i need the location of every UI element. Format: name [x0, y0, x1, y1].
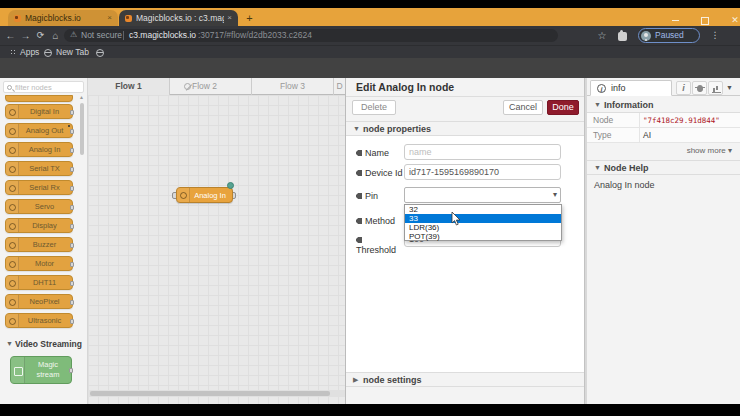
tab-close-icon[interactable]: × [105, 13, 114, 22]
palette-node-buzzer[interactable]: Buzzer [5, 237, 73, 252]
node-port [70, 281, 74, 286]
back-icon[interactable]: ← [4, 29, 17, 42]
apps-grid-icon[interactable] [10, 49, 17, 56]
sidebar-tab-debug-button[interactable] [692, 81, 707, 95]
scroll-up-icon[interactable]: ▲ [79, 95, 84, 100]
palette-node-partial[interactable] [5, 95, 73, 102]
node-icon [6, 314, 19, 327]
scrollbar-thumb[interactable] [90, 391, 330, 396]
search-icon [7, 85, 12, 90]
canvas-node-analog-in[interactable]: Analog In [176, 187, 233, 203]
palette-node-motor[interactable]: Motor [5, 256, 73, 271]
palette-node-serial-rx[interactable]: Serial Rx [5, 180, 73, 195]
node-port [70, 110, 74, 115]
palette-category-video-streaming[interactable]: ▼ Video Streaming [0, 337, 88, 351]
scrollbar-thumb[interactable] [80, 103, 84, 155]
browser-tab-inactive[interactable]: Magicblocks.io × [8, 10, 118, 26]
tab-flow-3[interactable]: Flow 3 [252, 78, 334, 95]
show-more-link[interactable]: show more ▾ [687, 146, 732, 155]
node-icon [11, 357, 25, 383]
node-properties-section[interactable]: ▼ node properties [346, 121, 585, 136]
window-minimize-button[interactable] [666, 16, 684, 26]
canvas-horizontal-scrollbar[interactable] [88, 390, 345, 397]
method-label: Method [356, 216, 404, 226]
sidebar-tab-info-button[interactable]: i [676, 81, 691, 95]
node-port [70, 148, 74, 153]
palette-filter-input[interactable] [15, 82, 81, 92]
palette-search[interactable] [3, 81, 84, 93]
palette-node-analog-in[interactable]: Analog In [5, 142, 73, 157]
information-section-header[interactable]: ▼ Information [587, 98, 740, 113]
palette-node-serial-tx[interactable]: Serial TX [5, 161, 73, 176]
reload-icon[interactable]: ⟳ [34, 29, 47, 42]
palette-node-neopixel[interactable]: NeoPixel [5, 294, 73, 309]
debug-bug-icon [697, 85, 703, 92]
node-info-table: Node "7f418c29.91d844" Type AI [587, 113, 740, 143]
palette-node-ultrasonic[interactable]: Ultrasonic [5, 313, 73, 328]
tab-flow-1[interactable]: Flow 1 [88, 78, 170, 95]
sidebar-tab-dashboard-button[interactable] [708, 81, 723, 95]
node-port [70, 167, 74, 172]
palette-node-analog-out[interactable]: Analog Out [5, 123, 73, 138]
palette-node-display[interactable]: Display [5, 218, 73, 233]
node-icon [177, 188, 190, 202]
chevron-down-icon: ▾ [553, 190, 557, 199]
edit-node-panel: Edit Analog In node Delete Cancel Done ▼… [345, 78, 584, 404]
info-tab-label: info [611, 81, 626, 96]
bookmark-star-icon[interactable]: ☆ [596, 30, 608, 42]
browser-menu-icon[interactable]: ⋮ [710, 29, 720, 42]
pin-dropdown-list: 32 33 LDR(36) POT(39) [404, 204, 562, 241]
new-tab-button[interactable]: + [244, 13, 255, 24]
extensions-icon[interactable] [618, 32, 627, 41]
done-button[interactable]: Done [547, 100, 579, 115]
window-close-button[interactable]: ✕ [726, 16, 740, 26]
palette-node-dht11[interactable]: DHT11 [5, 275, 73, 290]
home-icon[interactable]: ⌂ [49, 29, 62, 42]
flow-canvas[interactable]: Analog In [88, 95, 345, 404]
mouse-cursor [451, 212, 461, 226]
palette-node-label: Display [19, 219, 70, 233]
node-icon [6, 105, 19, 118]
globe-icon[interactable] [96, 49, 104, 57]
node-icon [6, 162, 19, 175]
address-bar[interactable]: ⚠ Not secure c3.magicblocks.io :30717/#f… [64, 29, 558, 42]
avatar [641, 31, 651, 41]
tab-flow-2[interactable]: Flow 2 [170, 78, 252, 95]
sidebar-menu-chevron-icon[interactable]: ▼ [726, 81, 733, 95]
tab-close-icon[interactable]: × [225, 13, 234, 22]
pin-option-pot39[interactable]: POT(39) [405, 232, 561, 241]
palette-node-label: Digital In [19, 105, 70, 119]
node-help-text: Analog In node [594, 180, 655, 190]
pin-option-ldr36[interactable]: LDR(36) [405, 223, 561, 232]
browser-tab-active[interactable]: Magicblocks.io : c3.magicblocks × [119, 10, 238, 26]
tab-flow-partial[interactable]: D [334, 78, 345, 95]
node-settings-section[interactable]: ▶ node settings [346, 372, 585, 387]
sync-paused-badge: Paused [655, 29, 684, 42]
edit-panel-title: Edit Analog In node [356, 78, 454, 97]
palette-node-digital-in[interactable]: Digital In [5, 104, 73, 119]
node-port [70, 262, 74, 267]
node-help-section-header[interactable]: ▼ Node Help [587, 160, 740, 175]
globe-icon[interactable] [44, 49, 52, 57]
tab-info[interactable]: i info [590, 80, 672, 96]
pin-select[interactable]: ▾ [404, 187, 561, 203]
palette-node-label: DHT11 [19, 276, 70, 290]
window-maximize-button[interactable] [696, 16, 714, 26]
url-divider [123, 31, 124, 40]
device-id-label: Device Id [356, 168, 404, 178]
delete-button[interactable]: Delete [352, 100, 396, 115]
row-label: Node [593, 113, 613, 128]
profile-button[interactable]: Paused [638, 28, 700, 43]
section-label: Node Help [604, 161, 649, 175]
forward-icon[interactable]: → [19, 29, 32, 42]
palette-node-servo[interactable]: Servo [5, 199, 73, 214]
node-icon [6, 219, 19, 232]
sidebar-tabbar: i info i ▼ [587, 78, 740, 96]
cancel-button[interactable]: Cancel [503, 100, 543, 115]
name-input[interactable] [404, 144, 561, 160]
tag-icon [356, 150, 362, 156]
pin-option-33-selected[interactable]: 33 [405, 214, 561, 223]
palette-node-magic-stream[interactable]: Magic stream [10, 356, 72, 384]
pin-option-32[interactable]: 32 [405, 205, 561, 214]
device-id-input[interactable] [404, 164, 561, 180]
